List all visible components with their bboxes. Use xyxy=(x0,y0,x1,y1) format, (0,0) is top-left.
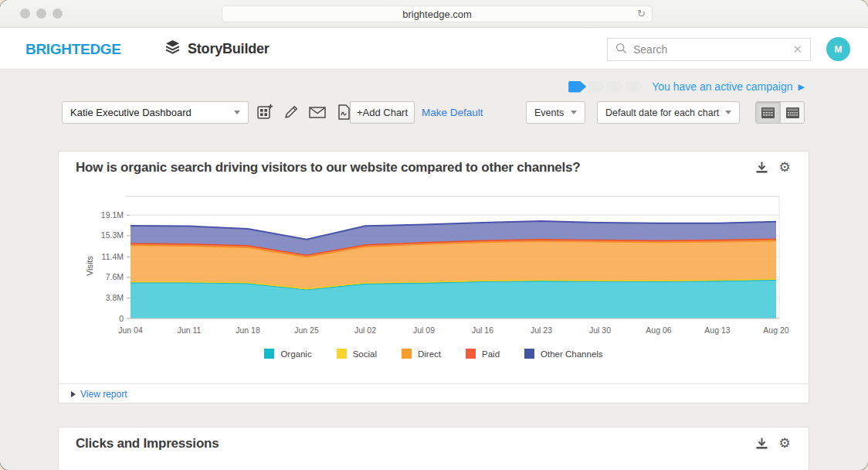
download-icon[interactable] xyxy=(754,436,768,450)
svg-text:Jul 09: Jul 09 xyxy=(413,325,435,335)
legend-swatch xyxy=(337,349,347,359)
calendar-expanded-toggle[interactable] xyxy=(780,102,804,123)
svg-text:Jul 02: Jul 02 xyxy=(354,325,376,335)
svg-text:Jul 23: Jul 23 xyxy=(531,325,552,335)
legend-item[interactable]: Other Channels xyxy=(524,349,603,359)
campaign-progress-indicator xyxy=(568,81,644,93)
active-campaign-link[interactable]: You have an active campaign xyxy=(652,80,792,93)
svg-text:3.8M: 3.8M xyxy=(106,293,124,302)
add-chart-button[interactable]: +Add Chart xyxy=(350,101,415,124)
second-card-title: Clicks and Impressions xyxy=(76,436,219,451)
date-select-value: Default date for each chart xyxy=(605,107,719,118)
dashboard-select-value: Katie Executive Dashboard xyxy=(70,107,192,118)
svg-text:0: 0 xyxy=(119,314,124,323)
organic-search-chart-card: How is organic search driving visitors t… xyxy=(58,151,809,404)
avatar[interactable]: M xyxy=(826,37,850,61)
svg-text:Jun 18: Jun 18 xyxy=(236,325,260,335)
legend-item[interactable]: Organic xyxy=(264,349,311,359)
legend-swatch xyxy=(264,349,274,359)
legend-swatch xyxy=(524,349,534,359)
make-default-link[interactable]: Make Default xyxy=(422,107,483,118)
dashboard-select[interactable]: Katie Executive Dashboard xyxy=(62,101,249,124)
campaign-step-done xyxy=(568,81,586,93)
reload-icon[interactable]: ↻ xyxy=(637,8,646,19)
legend-item[interactable]: Direct xyxy=(402,349,441,359)
gear-icon[interactable]: ⚙ xyxy=(778,160,792,174)
legend-swatch xyxy=(466,349,476,359)
search-icon xyxy=(615,43,627,57)
address-bar[interactable]: brightedge.com ↻ xyxy=(222,5,653,22)
view-report-link[interactable]: View report xyxy=(80,389,127,400)
search-input[interactable]: Search ✕ xyxy=(607,38,811,61)
svg-text:Aug 20: Aug 20 xyxy=(763,325,788,335)
clear-search-icon[interactable]: ✕ xyxy=(792,43,802,56)
svg-text:Visits: Visits xyxy=(85,255,94,276)
layers-icon xyxy=(164,39,181,58)
campaign-step xyxy=(607,81,625,93)
close-window-button[interactable] xyxy=(20,9,30,19)
legend-label: Direct xyxy=(418,349,441,359)
window-controls[interactable] xyxy=(20,9,63,19)
svg-text:19.1M: 19.1M xyxy=(101,210,124,220)
gear-icon[interactable]: ⚙ xyxy=(778,436,792,450)
legend-item[interactable]: Social xyxy=(337,349,377,359)
chevron-down-icon xyxy=(234,111,240,114)
edit-icon[interactable] xyxy=(282,103,300,121)
svg-text:7.6M: 7.6M xyxy=(106,272,124,281)
url-text: brightedge.com xyxy=(402,9,472,20)
brightedge-logo[interactable]: BRIGHTEDGE xyxy=(25,41,121,58)
svg-text:Jun 25: Jun 25 xyxy=(294,325,319,335)
events-select-value: Events xyxy=(534,107,564,118)
chart-card-title: How is organic search driving visitors t… xyxy=(76,160,581,175)
legend-swatch xyxy=(402,349,412,359)
legend-label: Other Channels xyxy=(541,349,603,359)
campaign-arrow-icon[interactable]: ▶ xyxy=(798,82,805,92)
svg-text:Aug 06: Aug 06 xyxy=(646,325,671,335)
app-header: BRIGHTEDGE StoryBuilder Search ✕ M xyxy=(0,28,868,70)
zoom-window-button[interactable] xyxy=(53,9,63,19)
page-title: StoryBuilder xyxy=(188,41,270,57)
svg-text:Jul 16: Jul 16 xyxy=(472,325,493,335)
events-select[interactable]: Events xyxy=(526,101,585,124)
svg-text:Jun 04: Jun 04 xyxy=(118,325,143,335)
legend-label: Organic xyxy=(280,349,311,359)
svg-text:Jul 30: Jul 30 xyxy=(589,325,611,335)
chevron-down-icon xyxy=(725,111,731,114)
email-icon[interactable] xyxy=(308,103,327,121)
browser-titlebar: brightedge.com ↻ xyxy=(0,0,868,28)
browser-window: brightedge.com ↻ BRIGHTEDGE StoryBuilder… xyxy=(0,0,868,470)
chevron-down-icon xyxy=(571,111,577,114)
minimize-window-button[interactable] xyxy=(36,9,46,19)
svg-text:Aug 13: Aug 13 xyxy=(704,325,730,335)
date-range-select[interactable]: Default date for each chart xyxy=(597,101,740,124)
download-icon[interactable] xyxy=(754,160,768,174)
calendar-compact-toggle[interactable] xyxy=(756,102,780,123)
legend-label: Social xyxy=(353,349,377,359)
visitors-stacked-area-chart: 03.8M7.6M11.4M15.3M19.1MVisitsJun 04Jun … xyxy=(74,189,796,343)
expand-triangle-icon xyxy=(71,391,76,397)
legend-label: Paid xyxy=(482,349,500,359)
legend-item[interactable]: Paid xyxy=(466,349,500,359)
new-dashboard-icon[interactable] xyxy=(256,103,274,121)
campaign-status-row: You have an active campaign ▶ xyxy=(0,80,805,93)
svg-text:Jun 11: Jun 11 xyxy=(178,325,202,335)
clicks-impressions-card: Clicks and Impressions ⚙ xyxy=(58,427,809,470)
chart-legend: OrganicSocialDirectPaidOther Channels xyxy=(59,349,809,359)
svg-text:11.4M: 11.4M xyxy=(102,252,124,261)
campaign-step xyxy=(588,81,605,93)
svg-text:15.3M: 15.3M xyxy=(101,230,124,240)
date-view-toggle xyxy=(755,101,805,124)
campaign-step xyxy=(626,81,644,93)
search-placeholder: Search xyxy=(633,43,792,56)
view-report-strip: View report xyxy=(59,383,809,404)
dashboard-toolbar: Katie Executive Dashboard xyxy=(0,101,868,124)
